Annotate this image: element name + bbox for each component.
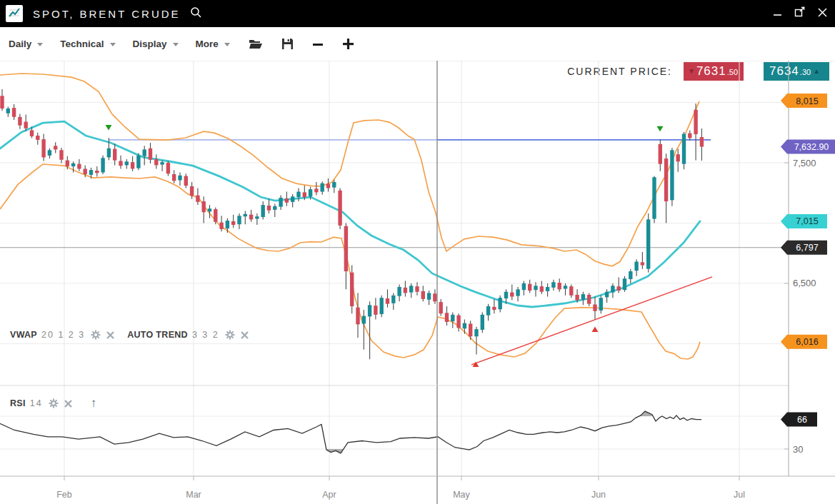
rsi-legend-params: 14 <box>30 398 43 408</box>
auto-trend-legend-params: 3 3 2 <box>192 330 219 340</box>
sell-signal-marker <box>106 125 112 131</box>
price-tag-label: 66 <box>797 415 807 425</box>
overlay-legend-row: VWAP 20 1 2 3 AUTO TREND 3 3 2 <box>10 330 249 340</box>
app-window: SPOT, BRENT CRUDE <box>0 0 835 504</box>
x-axis-label: Jun <box>591 490 606 500</box>
vwap-settings-gear-icon[interactable] <box>91 330 101 340</box>
expand-panel-arrow-icon[interactable]: ↑ <box>91 396 97 410</box>
rsi-indicator <box>0 411 701 453</box>
buy-signal-marker <box>592 327 599 333</box>
price-tag-label: 8,015 <box>796 96 818 106</box>
price-tag-label: 7,015 <box>796 216 818 226</box>
rsi-legend-row: RSI 14 ↑ <box>10 396 96 410</box>
price-tag-label: 6,797 <box>796 243 818 253</box>
price-tag-label: 6,016 <box>796 337 818 347</box>
x-axis-label: Mar <box>186 490 201 500</box>
auto-trend-settings-gear-icon[interactable] <box>225 330 235 340</box>
vwap-legend-name: VWAP <box>10 330 37 340</box>
auto-trend-legend-name: AUTO TREND <box>127 330 188 340</box>
vwap-legend-params: 20 1 2 3 <box>41 330 85 340</box>
auto-trend-close-icon[interactable] <box>241 331 249 339</box>
x-axis-label: Apr <box>322 490 336 500</box>
rsi-settings-gear-icon[interactable] <box>49 398 59 408</box>
x-axis-label: May <box>453 490 470 500</box>
x-axis-label: Jul <box>734 490 745 500</box>
price-tag-label: 7,632.90 <box>794 142 829 152</box>
vwap-close-icon[interactable] <box>106 331 114 339</box>
y-axis-label: 6,500 <box>793 278 816 288</box>
rsi-legend-name: RSI <box>10 398 26 408</box>
rsi-close-icon[interactable] <box>64 400 72 408</box>
sell-signal-marker <box>657 126 664 132</box>
y-axis-label: 7,500 <box>793 158 816 168</box>
price-chart-canvas[interactable]: FebMarAprMayJunJul7,5006,50070308,0157,6… <box>0 0 835 504</box>
y-axis-label: 30 <box>793 444 803 455</box>
x-axis-label: Feb <box>56 490 72 500</box>
